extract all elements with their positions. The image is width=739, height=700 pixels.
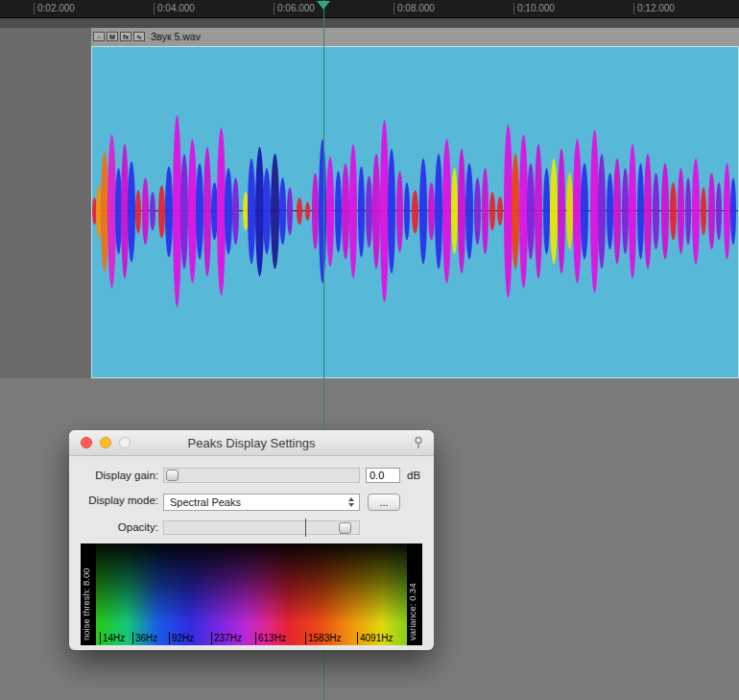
frequency-label: 237Hz bbox=[211, 632, 242, 644]
display-gain-slider[interactable] bbox=[163, 468, 360, 483]
waveform-blob bbox=[622, 168, 629, 254]
frequency-label: 36Hz bbox=[132, 632, 157, 644]
waveform-blob bbox=[724, 163, 730, 259]
peaks-display-settings-dialog: Peaks Display Settings Display gain: dB … bbox=[69, 430, 434, 650]
waveform-blob bbox=[196, 163, 203, 259]
waveform-blob bbox=[637, 163, 644, 259]
variance-label: variance: 0.34 bbox=[407, 543, 422, 645]
ruler-time-label: 0:02.000 bbox=[34, 3, 75, 14]
timeline-ruler[interactable]: 0:02.0000:04.0000:06.0000:08.0000:10.000… bbox=[0, 0, 739, 18]
waveform-blob bbox=[335, 171, 342, 253]
waveform-blob bbox=[232, 178, 239, 245]
waveform-blob bbox=[396, 171, 403, 253]
waveform-blob bbox=[653, 173, 659, 250]
dialog-titlebar[interactable]: Peaks Display Settings bbox=[69, 430, 434, 456]
waveform-blob bbox=[287, 187, 293, 235]
waveform-blob bbox=[349, 144, 357, 278]
waveform-blob bbox=[326, 157, 334, 267]
waveform-blob bbox=[366, 176, 372, 248]
waveform-blob bbox=[482, 168, 489, 254]
spectrum-gradient[interactable]: 14Hz36Hz92Hz237Hz613Hz1583Hz4091Hz bbox=[96, 543, 407, 645]
playhead-marker[interactable] bbox=[317, 1, 330, 10]
waveform-blob bbox=[527, 163, 535, 259]
waveform-blob bbox=[419, 158, 427, 264]
opacity-detent-mark bbox=[305, 519, 306, 537]
waveform-blob bbox=[271, 154, 279, 269]
waveform-blob bbox=[474, 178, 481, 245]
waveform-blob bbox=[708, 173, 715, 250]
fx-icon[interactable]: fx bbox=[120, 32, 131, 41]
display-mode-select[interactable]: Spectral Peaks bbox=[163, 494, 360, 511]
ruler-time-label: 0:04.000 bbox=[154, 3, 195, 14]
ruler-time-label: 0:12.000 bbox=[633, 3, 675, 14]
gain-unit-label: dB bbox=[407, 470, 420, 481]
frequency-label: 4091Hz bbox=[357, 632, 393, 644]
waveform-blob bbox=[165, 166, 173, 257]
ruler-time-label: 0:08.000 bbox=[393, 3, 435, 14]
lock-icon[interactable]: ∩ bbox=[93, 32, 105, 41]
envelope-icon[interactable]: ∿ bbox=[133, 32, 145, 41]
waveform-blob bbox=[451, 168, 458, 254]
waveform-blob bbox=[692, 158, 700, 264]
mute-icon[interactable]: M bbox=[107, 32, 118, 41]
waveform-blob bbox=[644, 154, 652, 269]
ruler-time-label: 0:10.000 bbox=[513, 3, 555, 14]
waveform-blob bbox=[512, 154, 519, 269]
display-gain-input[interactable] bbox=[366, 468, 400, 483]
pin-icon[interactable] bbox=[412, 436, 425, 449]
media-item-header: ∩Mfx∿ Звук 5.wav bbox=[93, 30, 201, 43]
waveform-blob bbox=[581, 163, 588, 259]
opacity-label: Opacity: bbox=[118, 521, 158, 533]
waveform-blob bbox=[358, 166, 365, 257]
waveform-blob bbox=[135, 190, 141, 233]
waveform-blob bbox=[598, 154, 606, 269]
item-title: Звук 5.wav bbox=[151, 31, 201, 42]
frequency-label: 92Hz bbox=[169, 632, 194, 644]
dropdown-arrows-icon bbox=[346, 496, 356, 508]
opacity-handle[interactable] bbox=[339, 522, 351, 534]
opacity-slider[interactable] bbox=[163, 520, 360, 535]
waveform-blob bbox=[678, 168, 684, 254]
waveform-blob bbox=[305, 202, 310, 221]
noise-threshold-label: noise thresh: 8.00 bbox=[81, 543, 96, 645]
frequency-label: 1583Hz bbox=[305, 632, 341, 644]
waveform-blob bbox=[730, 178, 736, 245]
waveform-blob bbox=[150, 192, 155, 230]
frequency-label: 613Hz bbox=[255, 632, 286, 644]
spectrum-frequency-labels: 14Hz36Hz92Hz237Hz613Hz1583Hz4091Hz bbox=[96, 543, 407, 645]
track-lane-top bbox=[0, 18, 739, 28]
waveform-blob bbox=[458, 149, 465, 274]
waveform-blob bbox=[558, 149, 565, 274]
waveform-blob bbox=[442, 139, 451, 283]
item-header-icons: ∩Mfx∿ bbox=[93, 32, 145, 41]
media-item[interactable] bbox=[91, 46, 739, 378]
waveform-blob bbox=[158, 185, 165, 238]
waveform-blob bbox=[297, 198, 302, 225]
waveform-blob bbox=[248, 158, 255, 264]
waveform-blob bbox=[661, 163, 669, 259]
display-mode-label: Display mode: bbox=[88, 495, 158, 506]
waveform-blob bbox=[716, 182, 722, 240]
waveform-blob bbox=[388, 149, 395, 274]
spectrum-display[interactable]: noise thresh: 8.00 14Hz36Hz92Hz237Hz613H… bbox=[81, 543, 422, 645]
waveform-blob bbox=[225, 168, 232, 254]
waveform-blob bbox=[412, 190, 418, 233]
waveform-blob bbox=[142, 178, 149, 245]
waveform-blob bbox=[128, 161, 135, 262]
waveform-blob bbox=[319, 139, 326, 283]
waveform-blob bbox=[342, 163, 349, 259]
dialog-title: Peaks Display Settings bbox=[69, 436, 434, 450]
display-gain-handle[interactable] bbox=[166, 470, 179, 481]
waveform-blob bbox=[203, 147, 211, 277]
waveform-blob bbox=[701, 187, 706, 235]
waveform-blob bbox=[465, 163, 473, 259]
waveform-blob bbox=[670, 182, 677, 240]
waveform-blob bbox=[613, 158, 621, 264]
waveform-blob bbox=[489, 192, 495, 230]
mode-options-button[interactable]: ... bbox=[368, 494, 400, 511]
waveform-blob bbox=[372, 154, 380, 269]
waveform-blob bbox=[428, 182, 435, 240]
waveform-blob bbox=[435, 154, 442, 269]
display-mode-value: Spectral Peaks bbox=[170, 496, 241, 508]
waveform-blob bbox=[497, 197, 503, 226]
